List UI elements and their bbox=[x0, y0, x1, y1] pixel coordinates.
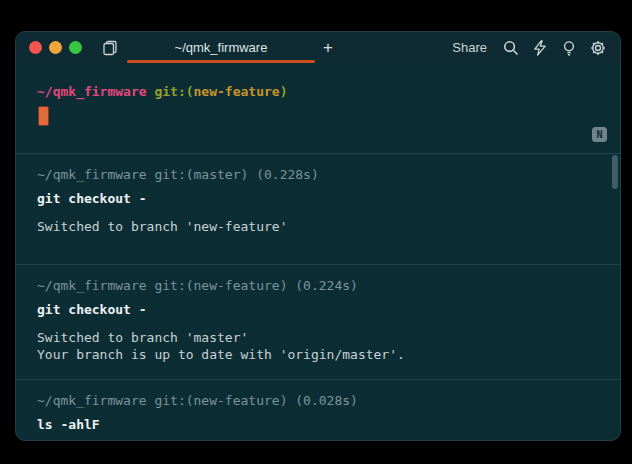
block-context: ~/qmk_firmware git:(new-feature) (0.224s… bbox=[37, 277, 600, 295]
title-bar: ~/qmk_firmware + Share bbox=[16, 32, 620, 63]
tab-qmk-firmware[interactable]: ~/qmk_firmware bbox=[127, 32, 315, 63]
book-icon[interactable] bbox=[101, 39, 119, 57]
prompt-path: ~/qmk_firmware bbox=[37, 84, 147, 99]
command-block[interactable]: ~/qmk_firmware git:(new-feature) (0.028s… bbox=[16, 379, 620, 440]
lightning-icon[interactable] bbox=[531, 39, 549, 57]
notification-badge[interactable]: N bbox=[592, 127, 607, 142]
command-block[interactable]: ~/qmk_firmware git:(new-feature) (0.224s… bbox=[16, 264, 620, 379]
minimize-button[interactable] bbox=[49, 41, 62, 54]
current-prompt-block[interactable]: ~/qmk_firmware git:(new-feature) N bbox=[16, 63, 620, 153]
prompt-branch: new-feature bbox=[194, 84, 280, 99]
scrollbar-thumb[interactable] bbox=[612, 155, 618, 189]
traffic-lights bbox=[29, 41, 82, 54]
terminal-window: ~/qmk_firmware + Share ~/qmk_firmware gi… bbox=[15, 31, 621, 441]
close-button[interactable] bbox=[29, 41, 42, 54]
cursor-block bbox=[38, 106, 49, 126]
tab-title: ~/qmk_firmware bbox=[175, 40, 268, 55]
block-command: git checkout - bbox=[37, 190, 600, 208]
terminal-content: ~/qmk_firmware git:(new-feature) N ~/qmk… bbox=[16, 63, 620, 440]
search-icon[interactable] bbox=[502, 39, 520, 57]
block-output: Switched to branch 'new-feature' bbox=[37, 218, 600, 235]
zoom-button[interactable] bbox=[69, 41, 82, 54]
block-command: ls -ahlF bbox=[37, 416, 600, 434]
block-context: ~/qmk_firmware git:(new-feature) (0.028s… bbox=[37, 392, 600, 410]
prompt-git-prefix: git:( bbox=[147, 84, 194, 99]
bulb-icon[interactable] bbox=[560, 39, 578, 57]
prompt-line: ~/qmk_firmware git:(new-feature) bbox=[37, 83, 620, 101]
desktop: { "title_bar": { "tab_title": "~/qmk_fir… bbox=[0, 0, 632, 464]
block-context: ~/qmk_firmware git:(master) (0.228s) bbox=[37, 166, 600, 184]
gear-icon[interactable] bbox=[589, 39, 607, 57]
block-command: git checkout - bbox=[37, 301, 600, 319]
share-button[interactable]: Share bbox=[452, 40, 487, 55]
output-line: Switched to branch 'new-feature' bbox=[37, 219, 287, 234]
output-line: Switched to branch 'master' bbox=[37, 330, 248, 345]
new-tab-button[interactable]: + bbox=[315, 32, 341, 63]
title-bar-actions: Share bbox=[452, 39, 607, 57]
command-block[interactable]: ~/qmk_firmware git:(master) (0.228s) git… bbox=[16, 153, 620, 264]
output-line: Your branch is up to date with 'origin/m… bbox=[37, 347, 405, 362]
prompt-git-suffix: ) bbox=[280, 84, 288, 99]
block-output: Switched to branch 'master'Your branch i… bbox=[37, 329, 600, 363]
